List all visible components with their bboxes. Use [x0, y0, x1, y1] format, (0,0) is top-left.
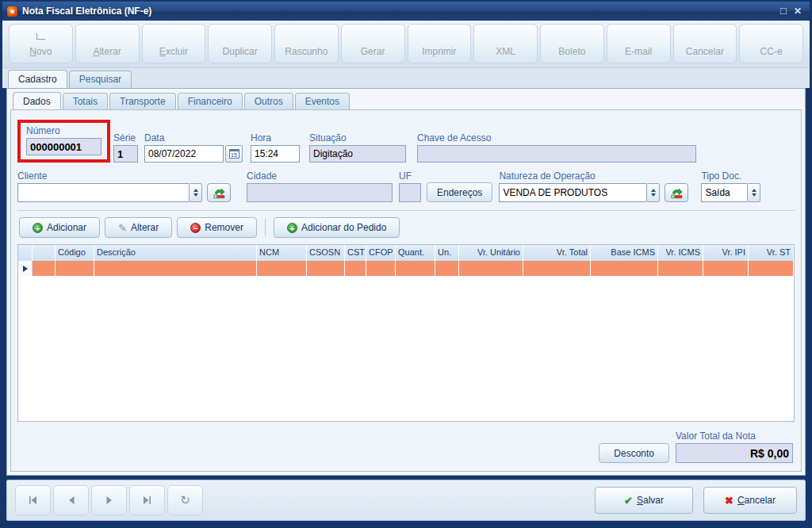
- cidade-label: Cidade: [247, 170, 393, 182]
- col-vr-icms[interactable]: Vr. ICMS: [658, 245, 703, 261]
- rascunho-button[interactable]: Rascunho: [274, 24, 339, 63]
- valor-total-field: R$ 0,00: [676, 443, 793, 463]
- col-vr-total[interactable]: Vr. Total: [523, 245, 591, 261]
- cadastro-panel: Dados Totais Transporte Financeiro Outro…: [6, 88, 806, 476]
- valor-total-label: Valor Total da Nota: [676, 430, 793, 442]
- totals-row: Desconto Valor Total da Nota R$ 0,00: [17, 422, 795, 468]
- natureza-operacao-combobox[interactable]: VENDA DE PRODUTOS: [499, 183, 646, 202]
- gerar-button[interactable]: Gerar: [341, 24, 405, 63]
- natureza-quick-register-button[interactable]: [665, 183, 688, 202]
- nav-refresh-button[interactable]: ↻: [167, 485, 203, 515]
- chevron-up-icon: [651, 189, 656, 192]
- bottom-bar: ↻ ✔ Salvar ✖ Cancelar: [6, 480, 806, 521]
- tipo-doc-combobox[interactable]: Saída: [701, 183, 747, 202]
- check-icon: ✔: [624, 495, 633, 507]
- next-record-icon: [105, 495, 113, 505]
- col-vr-unitario[interactable]: Vr. Unitário: [459, 245, 523, 261]
- cliente-spinner[interactable]: [189, 183, 202, 202]
- nav-last-button[interactable]: [129, 485, 165, 515]
- alterar-button[interactable]: Alterar: [75, 24, 140, 63]
- col-un[interactable]: Un.: [435, 245, 459, 261]
- tab-outros[interactable]: Outros: [244, 93, 293, 110]
- close-icon[interactable]: ✕: [791, 5, 805, 17]
- natureza-operacao-label: Natureza de Operação: [499, 170, 660, 182]
- grid-header: Código Descrição NCM CSOSN CST CFOP Quan…: [18, 245, 794, 261]
- tab-pesquisar[interactable]: Pesquisar: [69, 71, 132, 89]
- col-base-icms[interactable]: Base ICMS: [591, 245, 658, 261]
- tab-totais[interactable]: Totais: [63, 93, 108, 110]
- email-button[interactable]: E-mail: [607, 24, 671, 63]
- xml-button[interactable]: XML: [473, 24, 538, 63]
- chevron-down-icon: [752, 193, 756, 197]
- alterar-item-button[interactable]: ✎ Alterar: [105, 217, 172, 238]
- col-quant[interactable]: Quant.: [396, 245, 435, 261]
- tab-transporte[interactable]: Transporte: [109, 93, 176, 110]
- data-label: Data: [144, 132, 243, 143]
- quick-register-icon: [213, 187, 226, 199]
- table-row[interactable]: [18, 261, 794, 276]
- adicionar-item-button[interactable]: + Adicionar: [19, 217, 100, 238]
- field-row-2: Cliente: [17, 170, 795, 202]
- calendar-picker-button[interactable]: 15: [225, 145, 243, 163]
- calendar-icon: 15: [229, 149, 239, 159]
- cancelar-nfe-button[interactable]: Cancelar: [673, 24, 737, 63]
- nav-next-button[interactable]: [91, 485, 127, 515]
- nfe-window: Nota Fiscal Eletrônica (NF-e) □ ✕ Novo A…: [0, 0, 812, 528]
- col-cfop[interactable]: CFOP: [366, 245, 396, 261]
- pencil-icon: ✎: [118, 222, 127, 234]
- data-field[interactable]: 08/07/2022: [144, 145, 224, 163]
- tipo-doc-spinner[interactable]: [747, 183, 760, 202]
- col-cst[interactable]: CST: [345, 245, 366, 261]
- x-icon: ✖: [725, 495, 733, 507]
- col-blank[interactable]: [33, 245, 56, 261]
- col-descricao[interactable]: Descrição: [94, 245, 257, 261]
- col-ncm[interactable]: NCM: [257, 245, 307, 261]
- duplicar-button[interactable]: Duplicar: [208, 24, 272, 63]
- plus-icon: +: [33, 223, 43, 233]
- hora-field[interactable]: 15:24: [251, 145, 300, 163]
- serie-field[interactable]: 1: [113, 145, 138, 163]
- grid-empty-area: [18, 276, 794, 421]
- enderecos-button[interactable]: Endereços: [427, 182, 492, 202]
- minus-icon: −: [190, 223, 201, 233]
- chave-acesso-field[interactable]: [417, 145, 696, 163]
- items-section: + Adicionar ✎ Alterar − Remover + Adici: [17, 210, 795, 468]
- cliente-combobox[interactable]: [17, 183, 189, 202]
- desconto-button[interactable]: Desconto: [599, 443, 669, 463]
- dados-panel: Número 000000001 Série 1 Data 08/07/2022…: [10, 109, 802, 472]
- main-toolbar: Novo Alterar Excluir Duplicar Rascunho G…: [2, 21, 810, 68]
- numero-label: Número: [26, 125, 102, 136]
- col-vr-st[interactable]: Vr. ST: [749, 245, 794, 261]
- col-csosn[interactable]: CSOSN: [307, 245, 345, 261]
- cce-button[interactable]: CC-e: [739, 24, 803, 63]
- boleto-button[interactable]: Boleto: [540, 24, 604, 63]
- uf-field: [399, 183, 421, 202]
- tab-financeiro[interactable]: Financeiro: [178, 93, 243, 110]
- cancelar-button[interactable]: ✖ Cancelar: [703, 487, 797, 514]
- cliente-quick-register-button[interactable]: [207, 183, 231, 202]
- numero-field[interactable]: 000000001: [26, 138, 102, 155]
- col-codigo[interactable]: Código: [56, 245, 94, 261]
- new-document-icon: [36, 33, 45, 40]
- separator: [265, 219, 266, 236]
- row-selector-icon: [23, 266, 28, 272]
- nav-first-button[interactable]: [15, 485, 51, 515]
- app-icon: [7, 6, 17, 17]
- chevron-up-icon: [752, 189, 756, 192]
- novo-button[interactable]: Novo: [9, 24, 73, 63]
- tab-cadastro[interactable]: Cadastro: [8, 70, 67, 88]
- imprimir-button[interactable]: Imprimir: [408, 24, 472, 63]
- nav-previous-button[interactable]: [53, 485, 89, 515]
- tab-dados[interactable]: Dados: [13, 92, 61, 109]
- natureza-spinner[interactable]: [646, 183, 660, 202]
- chevron-down-icon: [193, 193, 198, 197]
- plus-icon: +: [287, 223, 297, 233]
- remover-item-button[interactable]: − Remover: [177, 217, 257, 238]
- salvar-button[interactable]: ✔ Salvar: [595, 487, 693, 514]
- numero-highlight-box: Número 000000001: [17, 120, 110, 163]
- tab-eventos[interactable]: Eventos: [295, 93, 350, 110]
- maximize-icon[interactable]: □: [776, 5, 791, 17]
- adicionar-do-pedido-button[interactable]: + Adicionar do Pedido: [274, 217, 400, 238]
- col-vr-ipi[interactable]: Vr. IPI: [703, 245, 749, 261]
- excluir-button[interactable]: Excluir: [142, 24, 206, 63]
